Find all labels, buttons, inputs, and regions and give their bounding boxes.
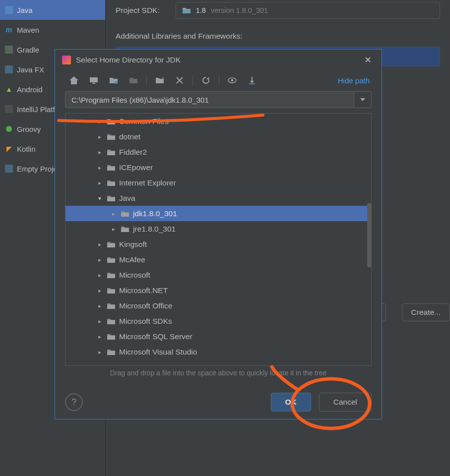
tree-row-label: Microsoft [119, 271, 150, 280]
tree-row-label: ICEpower [119, 163, 153, 172]
help-button[interactable]: ? [65, 393, 83, 411]
chevron-right-icon[interactable]: ▸ [96, 287, 103, 294]
tree-row-label: Common Files [119, 117, 169, 126]
tree-row-label: Kingsoft [119, 240, 147, 249]
tree-row-label: Microsoft SDKs [119, 317, 172, 326]
tree-row-jdk1-8-0-301[interactable]: ▸jdk1.8.0_301 [65, 206, 371, 221]
folder-icon [107, 256, 116, 263]
new-folder-icon[interactable]: + [150, 72, 170, 88]
sidebar-item-java[interactable]: Java [0, 0, 105, 20]
folder-icon [107, 195, 116, 202]
tree-row-microsoft[interactable]: ▸Microsoft [65, 267, 371, 283]
tree-row-label: Microsoft Office [119, 301, 172, 310]
delete-icon[interactable] [170, 72, 190, 88]
chevron-right-icon[interactable]: ▸ [96, 149, 103, 156]
sidebar-item-label: Android [17, 85, 43, 94]
path-input[interactable] [65, 91, 354, 108]
folder-icon [107, 302, 116, 309]
sidebar-item-maven[interactable]: m Maven [0, 20, 105, 40]
tree-row-fiddler2[interactable]: ▸Fiddler2 [65, 144, 371, 160]
tree-row-icepower[interactable]: ▸ICEpower [65, 160, 371, 175]
tree-row-microsoft-net[interactable]: ▸Microsoft.NET [65, 283, 371, 298]
svg-rect-2 [115, 81, 117, 84]
kotlin-icon: ◤ [5, 145, 13, 153]
chevron-right-icon[interactable]: ▸ [96, 179, 103, 186]
chevron-down-icon[interactable]: ▾ [96, 195, 103, 202]
folder-icon [107, 272, 116, 279]
refresh-icon[interactable] [196, 72, 216, 88]
android-icon: ▲ [5, 85, 13, 93]
tree-row-label: Microsoft Visual Studio [119, 348, 197, 357]
javafx-icon [5, 65, 13, 73]
tree-row-label: Microsoft SQL Server [119, 332, 193, 341]
chevron-right-icon[interactable]: ▸ [96, 241, 103, 248]
folder-icon [107, 287, 116, 294]
tree-row-microsoft-visual-studio[interactable]: ▸Microsoft Visual Studio [65, 344, 371, 359]
tree-row-jre1-8-0-301[interactable]: ▸jre1.8.0_301 [65, 221, 371, 237]
toolbar-separator [193, 75, 193, 86]
show-hidden-icon[interactable] [222, 72, 242, 88]
chevron-right-icon[interactable]: ▸ [96, 302, 103, 309]
project-sdk-dropdown[interactable]: 1.8 version 1.8.0_301 [176, 2, 440, 19]
cancel-button[interactable]: Cancel [319, 393, 372, 412]
tree-row-label: jdk1.8.0_301 [133, 209, 177, 218]
tree-row-internet-explorer[interactable]: ▸Internet Explorer [65, 175, 371, 190]
tree-row-java[interactable]: ▾Java [65, 190, 371, 206]
ok-button[interactable]: OK [271, 393, 311, 412]
svg-rect-1 [92, 83, 95, 84]
tree-row-label: jre1.8.0_301 [133, 225, 176, 234]
groovy-icon [5, 125, 13, 133]
gradle-icon [5, 46, 13, 54]
dialog-title: Select Home Directory for JDK [76, 56, 356, 64]
chevron-right-icon[interactable]: ▸ [96, 164, 103, 171]
tree-row-mcafee[interactable]: ▸McAfee [65, 252, 371, 267]
select-jdk-home-dialog: Select Home Directory for JDK ✕ + [55, 49, 382, 419]
download-jdk-icon[interactable] [242, 72, 262, 88]
chevron-right-icon[interactable]: ▸ [110, 226, 117, 233]
chevron-right-icon[interactable]: ▸ [96, 333, 103, 340]
create-button[interactable]: Create... [402, 303, 450, 321]
chevron-right-icon[interactable]: ▸ [110, 210, 117, 217]
project-dir-icon[interactable] [104, 72, 124, 88]
java-icon [5, 6, 13, 14]
additional-libs-label: Additional Libraries and Frameworks: [116, 32, 440, 41]
chevron-right-icon[interactable]: ▸ [96, 256, 103, 263]
maven-icon: m [5, 26, 13, 34]
tree-row-microsoft-office[interactable]: ▸Microsoft Office [65, 298, 371, 313]
folder-icon [121, 210, 129, 217]
chevron-right-icon[interactable]: ▸ [96, 349, 103, 356]
sdk-version-prefix: 1.8 [196, 6, 206, 14]
sdk-folder-icon [182, 7, 191, 14]
hide-path-link[interactable]: Hide path [338, 76, 373, 85]
plugin-icon [5, 105, 13, 113]
tree-row-label: Java [119, 194, 135, 203]
folder-icon [107, 164, 116, 171]
module-dir-icon [124, 72, 143, 88]
home-icon[interactable] [64, 72, 84, 88]
toolbar-separator [146, 75, 147, 86]
chevron-right-icon[interactable]: ▸ [96, 118, 103, 125]
sidebar-item-label: Groovy [17, 125, 41, 133]
close-icon[interactable]: ✕ [361, 53, 375, 67]
directory-tree[interactable]: ▸Common Files▸dotnet▸Fiddler2▸ICEpower▸I… [65, 113, 372, 366]
project-sdk-label: Project SDK: [116, 6, 160, 15]
path-row [55, 91, 382, 109]
tree-scrollbar[interactable] [367, 203, 371, 267]
tree-row-kingsoft[interactable]: ▸Kingsoft [65, 237, 371, 252]
chevron-right-icon[interactable]: ▸ [96, 272, 103, 279]
chevron-right-icon[interactable]: ▸ [96, 318, 103, 325]
svg-rect-6 [249, 83, 255, 84]
tree-row-microsoft-sql-server[interactable]: ▸Microsoft SQL Server [65, 329, 371, 344]
chevron-right-icon[interactable]: ▸ [96, 133, 103, 140]
tree-row-label: Microsoft.NET [119, 286, 168, 295]
tree-row-common-files[interactable]: ▸Common Files [65, 114, 371, 129]
path-history-dropdown[interactable] [354, 91, 372, 108]
folder-icon [107, 118, 116, 125]
dialog-titlebar: Select Home Directory for JDK ✕ [55, 50, 382, 70]
folder-icon [121, 226, 129, 233]
folder-icon [107, 349, 116, 356]
desktop-icon[interactable] [84, 72, 104, 88]
tree-row-microsoft-sdks[interactable]: ▸Microsoft SDKs [65, 313, 371, 329]
tree-row-label: McAfee [119, 255, 145, 264]
tree-row-dotnet[interactable]: ▸dotnet [65, 129, 371, 144]
